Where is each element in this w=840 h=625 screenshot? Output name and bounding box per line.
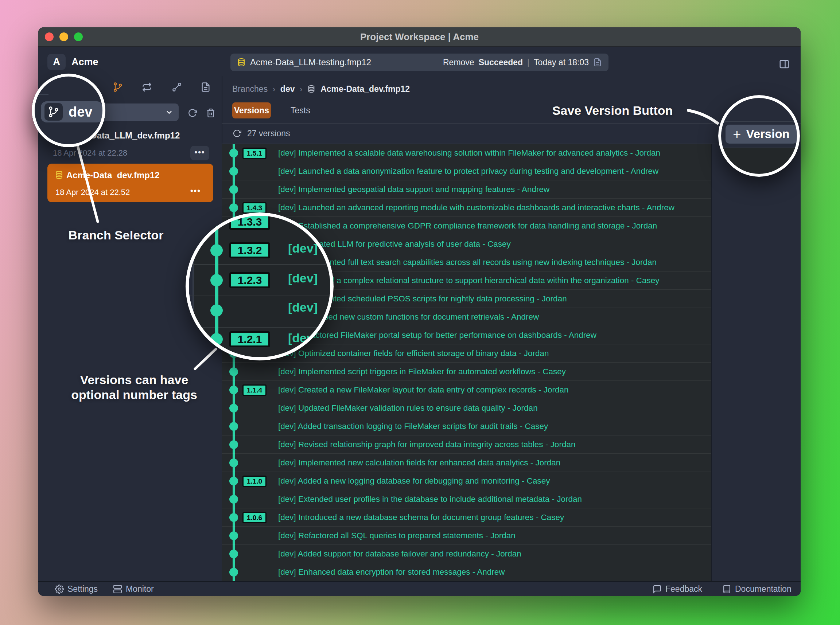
magnified-row-separator (190, 327, 329, 328)
version-list: 1.5.1 [dev] Implemented a scalable data … (222, 144, 711, 581)
version-row[interactable]: 1.1.4 [dev] Created a new FileMaker layo… (222, 381, 711, 399)
version-dot (229, 185, 238, 194)
magnified-dev-prefix: [dev] (288, 241, 317, 255)
log-document-icon[interactable] (593, 58, 602, 67)
version-row[interactable]: [dev] Refactored all SQL queries to prep… (222, 527, 711, 545)
refresh-branches-icon[interactable] (188, 108, 196, 117)
tab-versions[interactable]: Versions (232, 103, 271, 118)
breadcrumb-branches[interactable]: Branches (232, 84, 268, 94)
version-message: [dev] Introduced a new database schema f… (278, 508, 564, 527)
version-message: [dev] Updated FileMaker validation rules… (278, 399, 538, 417)
version-row[interactable]: [dev] Added support for database failove… (222, 545, 711, 563)
magnified-row-separator (190, 264, 329, 265)
version-row[interactable]: [dev] Launched a data anonymization feat… (222, 162, 711, 180)
version-row[interactable]: [dev] Implemented script triggers in Fil… (222, 362, 711, 381)
version-row[interactable]: [dev] Enhanced data encryption for store… (222, 563, 711, 581)
app-window: Project Workspace | Acme Acme-Data_LLM-t… (38, 27, 801, 596)
tab-commits-icon[interactable] (172, 82, 182, 92)
magnified-version-dot (210, 274, 223, 286)
version-message: [dev] Added transaction logging to FileM… (278, 417, 548, 435)
version-message: [dev] Launched a data anonymization feat… (278, 162, 658, 180)
version-message: [dev] Added support for database failove… (278, 545, 521, 563)
file-item-selected[interactable]: Acme-Data_dev.fmp12 18 Apr 2024 at 22.52… (47, 164, 213, 202)
settings-button[interactable]: Settings (55, 581, 98, 596)
magnified-version-dot (210, 244, 223, 257)
magnified-divider (718, 121, 800, 122)
magnified-version-tag: 1.3.2 (229, 243, 270, 258)
version-row[interactable]: [dev] Implemented geospatial data suppor… (222, 180, 711, 199)
version-dot (229, 513, 238, 522)
save-version-magnifier: + Version (718, 95, 800, 177)
version-dot (229, 204, 238, 212)
open-file-tab[interactable]: Acme-Data_LLM-testing.fmp12 Remove Succe… (230, 54, 608, 71)
refresh-versions-icon[interactable] (233, 129, 241, 138)
settings-label: Settings (67, 584, 98, 594)
version-dot (229, 422, 238, 431)
version-row[interactable]: [dev] Implemented new calculation fields… (222, 454, 711, 472)
tabs-divider (222, 123, 801, 124)
version-row[interactable]: 1.1.0 [dev] Added a new logging database… (222, 472, 711, 490)
magnified-branch-select: dev (41, 101, 103, 123)
file-item-date: 18 Apr 2024 at 22.52 (55, 188, 130, 197)
bottombar: Settings Monitor Feedback (38, 581, 801, 596)
version-row[interactable]: [dev] Added transaction logging to FileM… (222, 417, 711, 435)
save-version-label: Save Version Button (540, 103, 685, 118)
monitor-label: Monitor (126, 584, 154, 594)
version-message: [dev] Implemented new calculation fields… (278, 454, 560, 472)
file-item-menu-button[interactable]: ••• (190, 146, 209, 160)
documentation-button[interactable]: Documentation (722, 581, 792, 596)
file-item-date: 18 Apr 2024 at 22.28 (53, 148, 127, 158)
version-tag: 1.0.6 (243, 512, 266, 523)
tags-note-line1: Versions can have (61, 372, 207, 387)
version-row[interactable]: 1.4.3 [dev] Launched an advanced reporti… (222, 199, 711, 217)
tab-docs-icon[interactable] (201, 82, 211, 92)
toggle-sidebar-icon[interactable] (779, 59, 790, 70)
version-message: [dev] Implemented a scalable data wareho… (278, 144, 660, 162)
version-dot (229, 495, 238, 504)
breadcrumb: Branches › dev › Acme-Data_dev.fmp12 (232, 81, 410, 97)
version-dot (229, 477, 238, 485)
status-result: Succeeded (479, 58, 523, 67)
version-message: [dev] Added a new logging database for d… (278, 472, 550, 490)
delete-branch-icon[interactable] (206, 108, 215, 117)
magnified-dev-prefix: [dev] (288, 300, 317, 314)
feedback-label: Feedback (665, 584, 702, 594)
magnified-version-tag: 1.2.1 (229, 331, 270, 347)
version-tag: 1.5.1 (243, 148, 266, 159)
magnified-version-dot (210, 304, 223, 317)
branch-selector-magnifier: dev (32, 74, 105, 147)
magnified-version-tag: 1.3.3 (229, 214, 270, 230)
book-icon (722, 585, 731, 594)
tab-tests[interactable]: Tests (291, 103, 310, 118)
tab-sync-icon[interactable] (142, 82, 152, 92)
version-row[interactable]: 1.0.6 [dev] Introduced a new database sc… (222, 508, 711, 527)
version-message: [dev] Refactored all SQL queries to prep… (278, 527, 515, 545)
breadcrumb-branch-name[interactable]: dev (280, 84, 295, 94)
version-tags-magnifier: 1.3.3 1.3.2 1.2.3 1.2.1 [dev] [dev] [dev… (185, 213, 334, 361)
feedback-button[interactable]: Feedback (653, 581, 702, 596)
version-row[interactable]: [dev] Extended user profiles in the data… (222, 490, 711, 508)
workspace-logo: A (47, 54, 65, 70)
version-tag: 1.4.3 (243, 202, 266, 213)
tab-branches-icon[interactable] (113, 82, 123, 92)
version-message: [dev] Enhanced data encryption for store… (278, 563, 505, 581)
version-count: 27 versions (247, 129, 290, 138)
tags-note-line2: optional number tags (61, 387, 207, 402)
monitor-button[interactable]: Monitor (113, 581, 154, 596)
version-row[interactable]: 1.5.1 [dev] Implemented a scalable data … (222, 144, 711, 162)
branch-selector-label: Branch Selector (54, 228, 178, 243)
desktop: Project Workspace | Acme Acme-Data_LLM-t… (0, 0, 840, 625)
database-icon (307, 85, 315, 93)
file-item-menu-button[interactable]: ••• (190, 186, 201, 196)
version-message: [dev] Optimized container fields for eff… (278, 344, 549, 362)
speech-bubble-icon (653, 585, 662, 594)
version-dot (229, 367, 238, 376)
save-version-button[interactable]: + Version (725, 124, 797, 144)
version-message: [dev] Launched a complex relational stru… (278, 272, 660, 290)
version-row[interactable]: [dev] Revised relationship graph for imp… (222, 435, 711, 454)
window-title: Project Workspace | Acme (38, 27, 801, 47)
version-row[interactable]: [dev] Updated FileMaker validation rules… (222, 399, 711, 417)
branch-name: dev (68, 104, 92, 120)
version-message: [dev] Refactored FileMaker portal setup … (278, 326, 596, 344)
magnified-version-tag: 1.2.3 (229, 272, 270, 288)
